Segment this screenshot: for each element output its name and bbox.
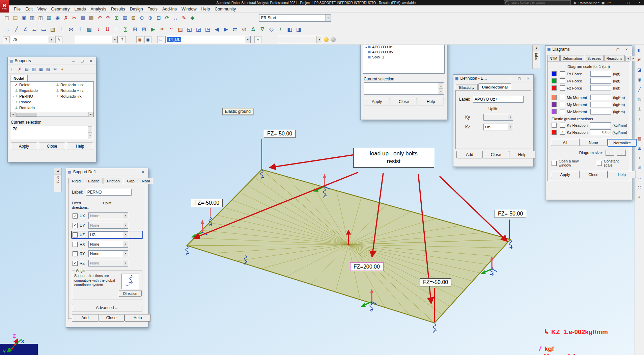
view-xy-icon[interactable]: ◱ bbox=[185, 25, 194, 34]
series-checkbox[interactable] bbox=[560, 71, 565, 76]
series-checkbox[interactable] bbox=[560, 85, 565, 91]
collapse-arrow-icon[interactable]: ◄ bbox=[54, 168, 61, 175]
maximize-button[interactable]: ▢ bbox=[624, 0, 633, 5]
scale-value-field[interactable] bbox=[590, 85, 611, 91]
new-support-icon[interactable]: ▢ bbox=[9, 66, 16, 72]
scale-value-field[interactable]: 0.03 bbox=[590, 129, 611, 135]
quick-help-button[interactable]: ? bbox=[119, 36, 126, 43]
maximize-button[interactable]: ▢ bbox=[79, 58, 86, 64]
open-project-icon[interactable]: ▤ bbox=[11, 14, 20, 22]
list-item[interactable]: → ⊥ PERNO bbox=[10, 93, 52, 99]
scroll-left-icon[interactable]: ◄ bbox=[625, 56, 631, 61]
component-combo[interactable]: ▾ bbox=[278, 36, 322, 43]
dialog-titlebar[interactable]: ▦ Diagrams — ▢ ✕ bbox=[545, 46, 632, 53]
bar-display-icon[interactable]: ╱ bbox=[636, 86, 643, 93]
chevron-down-icon[interactable]: ▾ bbox=[123, 260, 128, 266]
search-input[interactable] bbox=[509, 1, 568, 5]
list-view-small-icon[interactable]: ▤ bbox=[24, 66, 30, 72]
maximize-button[interactable]: ▢ bbox=[516, 76, 523, 81]
swap-view-icon[interactable]: ⇄ bbox=[230, 25, 240, 34]
scrollbar-thumb[interactable] bbox=[16, 113, 37, 117]
normalize-button[interactable]: Normalize bbox=[608, 139, 637, 147]
scale-value-field[interactable] bbox=[590, 78, 611, 84]
results-table-icon[interactable]: ▦ bbox=[121, 14, 129, 22]
kz-dropdown[interactable]: Uz+ ▾ bbox=[483, 124, 513, 130]
minimize-button[interactable]: — bbox=[613, 0, 622, 5]
section-shape-icon[interactable]: ◆ bbox=[188, 14, 197, 22]
tab[interactable]: Gap bbox=[124, 178, 138, 184]
delete-support-icon[interactable]: ✗ bbox=[17, 66, 23, 72]
chevron-down-icon[interactable]: ▾ bbox=[245, 36, 250, 43]
menu-item[interactable]: Edit bbox=[23, 7, 35, 11]
materials-icon[interactable]: ▩ bbox=[85, 25, 94, 34]
color-palette-icon[interactable]: ◩ bbox=[636, 57, 643, 63]
list-view-detail-icon[interactable]: ▦ bbox=[38, 66, 44, 72]
print-icon[interactable]: ▥ bbox=[28, 14, 36, 22]
current-selection-input[interactable]: 78 ▴▾ bbox=[11, 126, 93, 139]
view-display-options-icon[interactable]: ◧ bbox=[636, 47, 643, 53]
list-view-large-icon[interactable]: ▥ bbox=[31, 66, 37, 72]
local-axes-icon[interactable]: + bbox=[636, 155, 643, 161]
tab-nodal[interactable]: Nodal bbox=[10, 75, 28, 81]
list-item[interactable]: ⊥ Rotulado + rz bbox=[52, 87, 93, 93]
chevron-down-icon[interactable]: ▾ bbox=[112, 36, 117, 43]
help-button[interactable]: Help bbox=[124, 314, 151, 322]
list-item[interactable]: ▦ Solo_1 bbox=[363, 54, 444, 59]
background-toggle-icon[interactable]: ◐ bbox=[636, 194, 643, 200]
menu-item[interactable]: Help bbox=[199, 7, 212, 11]
dialog-titlebar[interactable]: ▦ Definition - E... — ▢ ✕ bbox=[453, 75, 533, 82]
list-item[interactable]: ⊥ Engastado bbox=[10, 87, 52, 93]
list-item[interactable]: ▦ APOYO Uz- bbox=[363, 49, 444, 54]
supports-icon[interactable]: ⊥ bbox=[57, 25, 66, 34]
diagram-results-icon[interactable]: ~ bbox=[167, 25, 176, 34]
scroll-right-icon[interactable]: ► bbox=[631, 56, 636, 61]
series-checkbox[interactable]: ✓ bbox=[560, 130, 565, 135]
chevron-down-icon[interactable]: ▾ bbox=[508, 114, 513, 120]
help-button[interactable]: Help bbox=[608, 171, 636, 178]
grid-display-icon[interactable]: ∷ bbox=[636, 184, 643, 191]
uplift-dropdown[interactable]: None ▾ bbox=[88, 241, 128, 248]
load-case-axis-icon[interactable]: ∟ bbox=[157, 36, 164, 43]
view-selector-combo[interactable]: FR Start ▾ bbox=[259, 14, 331, 22]
deformation-icon[interactable]: ∆ bbox=[249, 25, 258, 34]
view-thumbnail-1-icon[interactable]: ▣ bbox=[136, 36, 143, 43]
panel-definition-icon[interactable]: ▱ bbox=[30, 25, 39, 34]
size-decrease-button[interactable]: - bbox=[617, 150, 626, 156]
menu-item[interactable]: Results bbox=[109, 7, 128, 11]
menu-item[interactable]: File bbox=[11, 7, 23, 11]
direction-checkbox[interactable] bbox=[73, 242, 78, 247]
binoculars-search-icon[interactable]: ◉ bbox=[53, 14, 62, 22]
direction-button[interactable]: Direction bbox=[119, 290, 142, 297]
spinner[interactable]: ▴▾ bbox=[439, 83, 443, 94]
menu-item[interactable]: Community bbox=[212, 7, 238, 11]
load-case-combo[interactable]: 14_DL ▾ bbox=[165, 36, 251, 43]
menu-item[interactable]: Add-Ins bbox=[160, 7, 179, 11]
print-preview-icon[interactable]: ◫ bbox=[36, 14, 45, 22]
nodal-load-icon[interactable]: ↓ bbox=[94, 25, 103, 34]
mesh-generate-icon[interactable]: ⊞ bbox=[130, 25, 139, 34]
calculations-icon[interactable]: ⊞ bbox=[112, 14, 121, 22]
label-manager-icon[interactable]: ♦ bbox=[59, 66, 65, 72]
maximize-button[interactable]: ▢ bbox=[614, 47, 621, 52]
measure-icon[interactable]: ↔ bbox=[171, 14, 180, 22]
list-item[interactable]: → ▦ APOYO Uz+ bbox=[363, 44, 444, 49]
close-button[interactable]: ✕ bbox=[139, 169, 146, 175]
scale-value-field[interactable] bbox=[590, 95, 611, 100]
menu-item[interactable]: Design bbox=[128, 7, 145, 11]
collapse-arrow-icon[interactable]: ◄ bbox=[533, 45, 540, 51]
close-button[interactable]: ✕ bbox=[87, 58, 94, 64]
menu-item[interactable]: View bbox=[35, 7, 49, 11]
node-display-icon[interactable]: ◉ bbox=[636, 76, 643, 83]
chevron-down-icon[interactable]: ▾ bbox=[325, 15, 331, 21]
zoom-window-icon[interactable]: ⊡ bbox=[155, 14, 163, 22]
chevron-down-icon[interactable]: ▾ bbox=[123, 213, 128, 219]
load-parameters-icon[interactable]: ∗ bbox=[254, 36, 261, 43]
scale-value-field[interactable] bbox=[590, 102, 611, 107]
add-button[interactable]: Add bbox=[72, 314, 98, 322]
display-attributes-icon[interactable]: ◧ bbox=[285, 25, 294, 34]
axes-cross-icon[interactable]: + bbox=[276, 25, 285, 34]
close-button[interactable]: Close bbox=[483, 151, 509, 158]
zoom-in-icon[interactable]: ⊕ bbox=[146, 14, 155, 22]
app-store-cart-icon[interactable]: ▣ bbox=[601, 1, 605, 5]
close-button[interactable]: Close bbox=[39, 143, 65, 150]
